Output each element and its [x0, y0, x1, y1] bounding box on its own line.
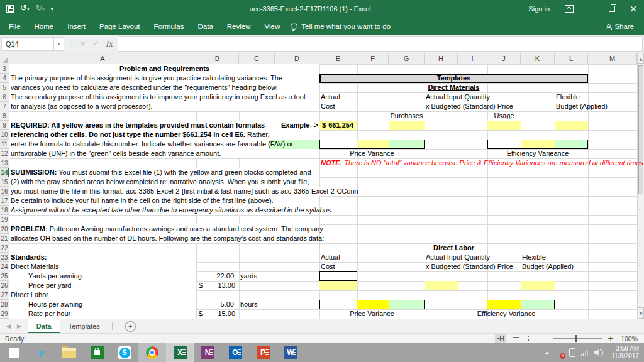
row-header[interactable]: 13	[0, 158, 9, 168]
dm-efficiency-variance-label[interactable]: Efficiency Varieance	[487, 149, 588, 158]
cell-a20[interactable]: PROBLEM: Patterson Awning manufactures a…	[9, 224, 319, 234]
sheet-tab-data[interactable]: Data	[28, 319, 60, 333]
enter-button[interactable]: ✓	[90, 38, 102, 50]
row-header[interactable]: 10	[0, 130, 9, 140]
taskbar-skype[interactable]: S	[111, 343, 138, 362]
dl-title[interactable]: Direct Labor	[319, 243, 588, 253]
dm-actual-label[interactable]: Actual	[319, 92, 357, 102]
name-box-dropdown[interactable]: ▾	[54, 37, 64, 51]
dm-price-variance-box[interactable]	[319, 140, 425, 149]
start-button[interactable]	[0, 343, 28, 362]
dm-budget-applied-label[interactable]: Budget (Applied)	[555, 102, 588, 111]
dm-aiq-label[interactable]: Actual Input Quantity	[425, 92, 521, 102]
close-button[interactable]: ×	[623, 0, 644, 18]
row-header[interactable]: 3	[0, 64, 9, 74]
tab-review[interactable]: Review	[220, 18, 258, 35]
cell-a9[interactable]: REQUIRED: All yellow areas in the templa…	[9, 121, 275, 130]
device-icon[interactable]	[569, 348, 575, 357]
row-header[interactable]: 29	[0, 309, 9, 319]
taskbar-clock[interactable]: 3:59 AM 11/8/2017	[609, 345, 639, 360]
cell-a5[interactable]: variances you need to calculate are desc…	[9, 83, 319, 92]
vertical-scroll-thumb[interactable]	[638, 65, 643, 194]
dm-price-variance-label[interactable]: Price Variance	[319, 149, 425, 158]
row-header[interactable]: 15	[0, 177, 9, 187]
variance-favunf-cell[interactable]	[555, 140, 587, 148]
qat-customize-button[interactable]: ▾	[51, 5, 53, 13]
variance-amount-cell[interactable]	[487, 300, 521, 309]
save-icon[interactable]	[6, 5, 14, 13]
taskbar-excel-active[interactable]: X	[166, 343, 194, 362]
row-header[interactable]: 28	[0, 300, 9, 309]
row-header[interactable]: 6	[0, 92, 9, 102]
cell-a10[interactable]: referencing other cells. Do not just typ…	[9, 130, 319, 140]
select-all-corner[interactable]	[0, 53, 9, 64]
variance-cell-blank[interactable]	[488, 140, 521, 148]
zoom-out-button[interactable]: −	[542, 334, 548, 343]
dl-price-variance-label[interactable]: Price Variance	[319, 309, 425, 319]
cell-b26[interactable]: $13.00	[196, 281, 239, 290]
cell-a16[interactable]: you must name the file in this format: a…	[9, 187, 357, 196]
formula-input[interactable]	[118, 36, 643, 52]
dm-example-cell[interactable]: $661,254	[319, 121, 357, 130]
row-header[interactable]: 25	[0, 272, 9, 281]
taskbar-outlook[interactable]: O	[221, 343, 249, 362]
insert-function-button[interactable]: fx	[103, 38, 115, 50]
dl-price-variance-box[interactable]	[319, 300, 425, 309]
cell-c28[interactable]: hours	[239, 300, 275, 309]
zoom-level[interactable]: 100%	[619, 335, 638, 343]
zoom-in-button[interactable]: +	[608, 334, 614, 343]
dm-usage-input-cell[interactable]	[487, 121, 521, 130]
dm-purchases-input-cell[interactable]	[389, 121, 425, 130]
tray-expand-icon[interactable]	[545, 351, 550, 354]
row-header[interactable]: 19	[0, 215, 9, 224]
taskbar-powerpoint[interactable]: P	[249, 343, 277, 362]
dl-efficiency-variance-label[interactable]: Efficiency Variance	[458, 309, 555, 319]
taskbar-internet-explorer[interactable]: e	[28, 343, 55, 362]
column-header-j[interactable]: J	[487, 53, 521, 64]
cell-a6[interactable]: The secondary purpose of this assignment…	[9, 92, 319, 102]
row-header[interactable]: 9	[0, 121, 9, 130]
dm-title[interactable]: Direct Materials	[319, 83, 588, 92]
undo-button[interactable]: ↺▾	[20, 4, 29, 14]
dl-xbsp-label[interactable]: x Budgeted (Standard) Price	[425, 262, 521, 272]
cell-a28[interactable]: Hours per awning	[9, 300, 196, 309]
name-box[interactable]: Q14	[1, 37, 54, 51]
page-layout-view-button[interactable]	[511, 334, 521, 343]
tab-view[interactable]: View	[258, 18, 287, 35]
dm-xbsp-label[interactable]: x Budgeted (Standard) Price	[425, 102, 521, 111]
templates-header[interactable]: Templates	[319, 74, 588, 83]
cell-a7[interactable]: for analysis (as opposed to a word proce…	[9, 102, 319, 111]
example-label[interactable]: Example-->	[275, 121, 319, 130]
taskbar-onenote[interactable]: N	[194, 343, 221, 362]
sheet-nav-right[interactable]: ▶	[17, 323, 21, 329]
row-header[interactable]: 7	[0, 102, 9, 111]
scroll-up-button[interactable]: ▲	[638, 53, 644, 64]
column-header-h[interactable]: H	[425, 53, 458, 64]
taskbar-chrome[interactable]	[138, 343, 166, 362]
column-header-f[interactable]: F	[357, 53, 389, 64]
cell-a25[interactable]: Yards per awning	[9, 272, 196, 281]
tab-home[interactable]: Home	[28, 18, 61, 35]
sign-in-button[interactable]: Sign in	[519, 5, 558, 13]
add-sheet-button[interactable]: +	[125, 321, 136, 332]
dm-flexible-input-cell[interactable]	[555, 121, 588, 130]
row-header[interactable]: 8	[0, 111, 9, 121]
dl-actual-input-cell[interactable]	[319, 281, 357, 290]
row-header[interactable]: 11	[0, 140, 9, 149]
dl-actual-cost-cell[interactable]	[319, 272, 357, 281]
scroll-down-button[interactable]: ▼	[638, 307, 644, 319]
row-header[interactable]: 18	[0, 206, 9, 215]
variance-amount-cell[interactable]	[357, 300, 389, 309]
cancel-button[interactable]: ×	[77, 38, 89, 50]
row-header[interactable]: 5	[0, 83, 9, 92]
column-header-d[interactable]: D	[275, 53, 319, 64]
cell-a27[interactable]: Direct Labor	[9, 290, 196, 300]
variance-cell-blank[interactable]	[320, 300, 357, 309]
sheet-tab-templates[interactable]: Templates	[60, 319, 108, 333]
row-header[interactable]: 4	[0, 74, 9, 83]
variance-favunf-cell[interactable]	[389, 140, 424, 148]
vertical-scrollbar[interactable]: ▲ ▼	[637, 53, 644, 319]
variance-favunf-cell[interactable]	[389, 300, 424, 309]
dl-budget-applied-label[interactable]: Budget (Applied)	[521, 262, 588, 272]
row-header[interactable]: 16	[0, 187, 9, 196]
